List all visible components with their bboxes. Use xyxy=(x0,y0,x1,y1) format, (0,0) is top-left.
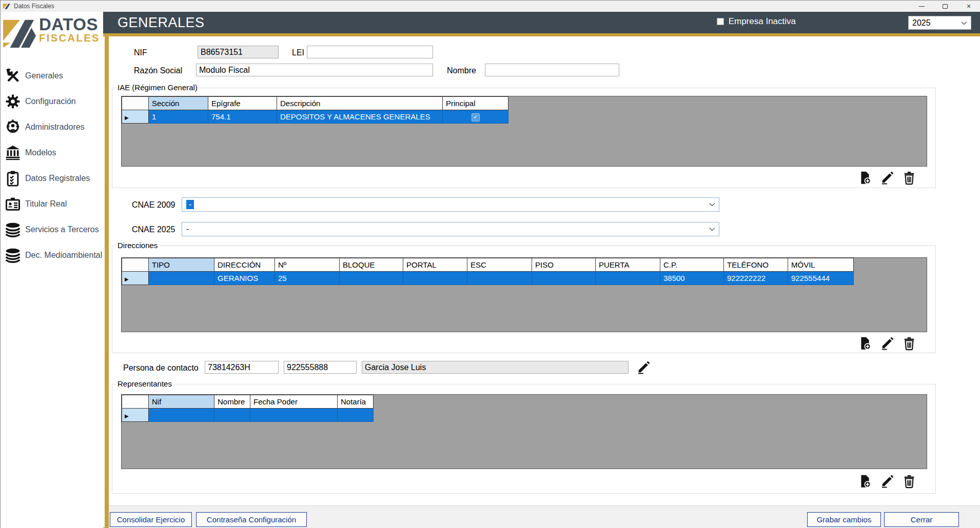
direcciones-grid[interactable]: TIPO DIRECCIÓN Nº BLOQUE PORTAL ESC PISO… xyxy=(121,257,927,332)
cnae-2009-combo[interactable]: - xyxy=(182,197,719,212)
iae-cell-descripcion[interactable]: DEPOSITOS Y ALMACENES GENERALES xyxy=(277,110,443,124)
row-selector-cell[interactable]: ▶ xyxy=(122,110,149,124)
sidebar-item-servicios-terceros[interactable]: Servicios a Terceros xyxy=(1,219,103,240)
cnae-2025-combo[interactable]: - xyxy=(182,222,719,236)
representantes-edit-row-button[interactable] xyxy=(879,474,895,489)
dir-cell-direccion[interactable]: GERANIOS xyxy=(214,272,275,285)
dir-cell-cp[interactable]: 38500 xyxy=(660,272,724,285)
representantes-table-row[interactable]: ▶ xyxy=(122,409,374,422)
rep-cell-nif[interactable] xyxy=(149,409,214,422)
iae-table-row[interactable]: ▶ 1 754.1 DEPOSITOS Y ALMACENES GENERALE… xyxy=(122,110,508,124)
app-window: Datos Fiscales × DATOS FISCALES Generale… xyxy=(0,0,980,528)
dir-col-direccion[interactable]: DIRECCIÓN xyxy=(214,258,275,272)
representantes-delete-row-button[interactable] xyxy=(901,474,917,489)
contacto-label: Persona de contacto xyxy=(123,363,199,373)
app-icon xyxy=(3,3,11,10)
close-button[interactable]: × xyxy=(957,1,980,12)
sidebar-item-administradores[interactable]: Administradores xyxy=(1,117,103,137)
principal-checkbox[interactable]: ✓ xyxy=(472,113,480,121)
sidebar-item-titular-real[interactable]: Titular Real xyxy=(1,194,103,214)
direcciones-add-row-button[interactable] xyxy=(857,336,873,351)
bank-icon xyxy=(5,145,21,161)
nombre-label: Nombre xyxy=(447,66,476,75)
iae-delete-row-button[interactable] xyxy=(901,170,917,186)
dir-col-movil[interactable]: MÓVIL xyxy=(788,258,854,272)
maximize-button[interactable] xyxy=(933,1,957,12)
dir-cell-portal[interactable] xyxy=(403,272,467,285)
maximize-icon xyxy=(943,4,948,9)
nif-label: NIF xyxy=(134,48,147,57)
contacto-nif-input[interactable] xyxy=(205,361,279,374)
titlebar-title: Datos Fiscales xyxy=(14,3,54,10)
consolidar-ejercicio-button[interactable]: Consolidar Ejercicio xyxy=(110,512,192,527)
rep-cell-fecha-poder[interactable] xyxy=(250,409,338,422)
row-arrow-icon: ▶ xyxy=(125,413,129,419)
rep-cell-nombre[interactable] xyxy=(214,409,250,422)
rep-col-nif[interactable]: Nif xyxy=(149,395,214,409)
iae-col-seccion[interactable]: Sección xyxy=(149,97,208,110)
direcciones-delete-row-button[interactable] xyxy=(901,336,917,351)
contacto-edit-button[interactable] xyxy=(636,360,651,375)
dir-cell-esc[interactable] xyxy=(467,272,532,285)
dir-col-bloque[interactable]: BLOQUE xyxy=(340,258,403,272)
dir-cell-puerta[interactable] xyxy=(596,272,660,285)
dir-cell-movil[interactable]: 922555444 xyxy=(788,272,854,285)
iae-add-row-button[interactable] xyxy=(857,170,873,186)
representantes-grid[interactable]: Nif Nombre Fecha Poder Notaría ▶ xyxy=(121,394,927,469)
direcciones-edit-row-button[interactable] xyxy=(879,336,895,351)
dir-cell-bloque[interactable] xyxy=(340,272,403,285)
cnae-2025-value: - xyxy=(186,225,189,234)
iae-cell-principal[interactable]: ✓ xyxy=(443,110,508,124)
grabar-cambios-button[interactable]: Grabar cambios xyxy=(807,512,881,527)
contacto-nombre-input[interactable] xyxy=(362,361,629,374)
iae-edit-row-button[interactable] xyxy=(879,170,895,186)
rep-col-nombre[interactable]: Nombre xyxy=(214,395,250,409)
sidebar-item-modelos[interactable]: Modelos xyxy=(1,143,103,163)
sidebar-item-datos-registrales[interactable]: Datos Registrales xyxy=(1,168,103,189)
iae-col-epigrafe[interactable]: Epígrafe xyxy=(208,97,277,110)
iae-col-principal[interactable]: Principal xyxy=(443,97,508,110)
contrasena-configuracion-button[interactable]: Contraseña Configuración xyxy=(196,512,307,527)
dir-cell-numero[interactable]: 25 xyxy=(275,272,340,285)
document-add-icon xyxy=(858,474,872,489)
dir-cell-telefono[interactable]: 922222222 xyxy=(724,272,788,285)
representantes-add-row-button[interactable] xyxy=(857,474,873,489)
nombre-input[interactable] xyxy=(485,64,619,76)
dir-col-esc[interactable]: ESC xyxy=(467,258,532,272)
logo-text: DATOS FISCALES xyxy=(39,17,100,44)
sidebar-item-generales[interactable]: Generales xyxy=(1,66,103,86)
cerrar-button[interactable]: Cerrar xyxy=(884,512,959,527)
dir-cell-piso[interactable] xyxy=(532,272,596,285)
row-selector-cell[interactable]: ▶ xyxy=(122,409,149,422)
dir-col-numero[interactable]: Nº xyxy=(275,258,340,272)
year-dropdown[interactable]: 2025 xyxy=(908,16,971,30)
iae-cell-seccion[interactable]: 1 xyxy=(149,110,208,124)
row-selector-cell[interactable]: ▶ xyxy=(122,272,149,285)
dir-col-portal[interactable]: PORTAL xyxy=(403,258,467,272)
empresa-inactiva-checkbox[interactable] xyxy=(717,18,724,25)
minimize-button[interactable] xyxy=(910,1,933,12)
pencil-icon xyxy=(636,360,651,375)
sidebar-item-dec-medioambiental[interactable]: Dec. Medioambiental xyxy=(1,245,103,266)
dir-cell-tipo[interactable] xyxy=(149,272,214,285)
rep-cell-notaria[interactable] xyxy=(338,409,374,422)
nif-input[interactable] xyxy=(198,46,279,58)
lei-input[interactable] xyxy=(307,46,433,58)
dir-col-telefono[interactable]: TELÉFONO xyxy=(724,258,788,272)
dir-col-cp[interactable]: C.P. xyxy=(660,258,724,272)
dir-col-piso[interactable]: PISO xyxy=(532,258,596,272)
rep-col-notaria[interactable]: Notaría xyxy=(338,395,374,409)
footer-bar: Consolidar Ejercicio Contraseña Configur… xyxy=(109,505,980,528)
razon-social-input[interactable] xyxy=(196,64,433,76)
iae-grid[interactable]: Sección Epígrafe Descripción Principal ▶… xyxy=(121,96,927,167)
rep-col-fecha-poder[interactable]: Fecha Poder xyxy=(250,395,338,409)
iae-col-descripcion[interactable]: Descripción xyxy=(277,97,443,110)
iae-cell-epigrafe[interactable]: 754.1 xyxy=(208,110,277,124)
contacto-telefono-input[interactable] xyxy=(284,361,357,374)
document-add-icon xyxy=(858,171,872,185)
direcciones-table-row[interactable]: ▶ GERANIOS 25 38500 922222222 922555444 xyxy=(122,272,854,285)
dir-col-tipo[interactable]: TIPO xyxy=(149,258,214,272)
dir-col-puerta[interactable]: PUERTA xyxy=(596,258,660,272)
sidebar-item-configuracion[interactable]: Configuración xyxy=(1,91,103,112)
iae-toolbar xyxy=(857,170,917,186)
